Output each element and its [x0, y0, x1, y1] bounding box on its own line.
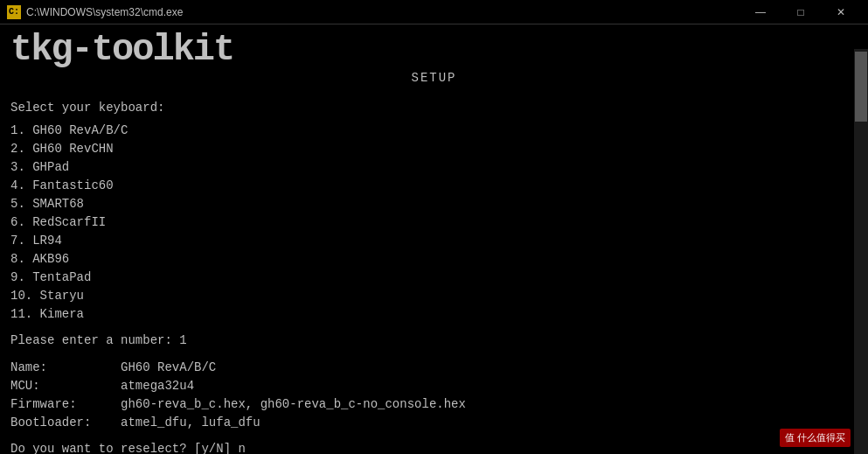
select-header: Select your keyboard:	[10, 100, 858, 117]
list-item: 11. Kimera	[10, 305, 858, 324]
maximize-button[interactable]: □	[781, 0, 821, 24]
info-mcu: MCU: atmega32u4	[10, 377, 858, 395]
list-item: 9. TentaPad	[10, 269, 858, 287]
info-section: Name: GH60 RevA/B/C MCU: atmega32u4 Firm…	[10, 359, 858, 432]
info-name: Name: GH60 RevA/B/C	[10, 359, 858, 377]
scrollbar-thumb[interactable]	[855, 52, 867, 122]
reselect-line: Do you want to reselect? [y/N] n	[10, 441, 858, 454]
info-firmware: Firmware: gh60-reva_b_c.hex, gh60-reva_b…	[10, 395, 858, 414]
console-area: tkg-toolkit SETUP Select your keyboard: …	[0, 24, 868, 454]
title-bar-left: C: C:\WINDOWS\system32\cmd.exe	[7, 5, 183, 19]
minimize-button[interactable]: —	[740, 0, 781, 24]
cmd-window: C: C:\WINDOWS\system32\cmd.exe — □ ✕ tkg…	[0, 0, 868, 454]
list-item: 3. GHPad	[10, 158, 858, 177]
list-item: 7. LR94	[10, 232, 858, 250]
setup-label: SETUP	[10, 70, 858, 87]
list-item: 10. Staryu	[10, 287, 858, 305]
info-bootloader: Bootloader: atmel_dfu, lufa_dfu	[10, 414, 858, 432]
list-item: 2. GH60 RevCHN	[10, 140, 858, 158]
list-item: 6. RedScarfII	[10, 213, 858, 232]
list-item: 1. GH60 RevA/B/C	[10, 122, 858, 140]
list-item: 8. AKB96	[10, 250, 858, 269]
title-bar: C: C:\WINDOWS\system32\cmd.exe — □ ✕	[0, 0, 868, 24]
keyboard-list: 1. GH60 RevA/B/C 2. GH60 RevCHN 3. GHPad…	[10, 122, 858, 324]
window-title: C:\WINDOWS\system32\cmd.exe	[26, 6, 183, 18]
ascii-logo: tkg-toolkit	[10, 31, 858, 68]
watermark: 值 什么值得买	[780, 429, 851, 447]
list-item: 4. Fantastic60	[10, 177, 858, 195]
scrollbar[interactable]	[854, 49, 868, 454]
window-controls: — □ ✕	[740, 0, 861, 24]
cmd-icon: C:	[7, 5, 21, 19]
close-button[interactable]: ✕	[821, 0, 861, 24]
prompt-line: Please enter a number: 1	[10, 332, 858, 350]
list-item: 5. SMART68	[10, 195, 858, 213]
